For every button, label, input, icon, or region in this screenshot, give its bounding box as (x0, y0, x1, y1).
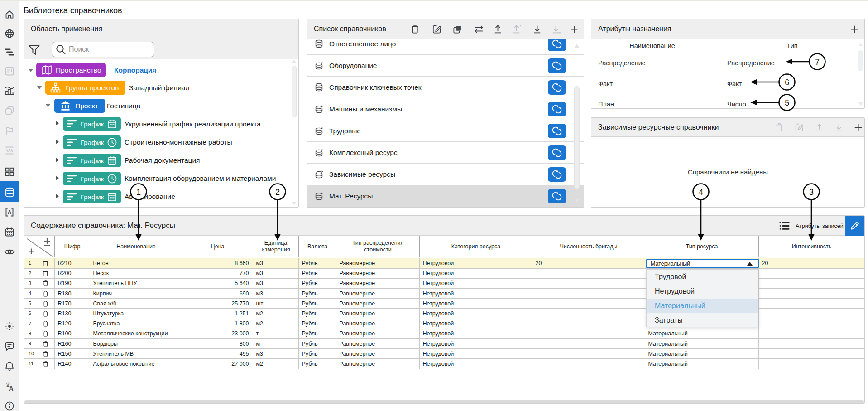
svg-text:A: A (9, 385, 14, 392)
svg-text:A: A (7, 209, 11, 216)
